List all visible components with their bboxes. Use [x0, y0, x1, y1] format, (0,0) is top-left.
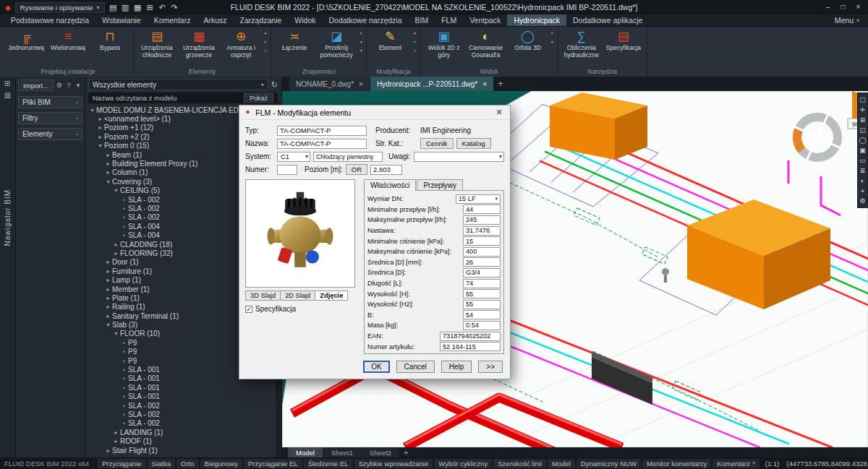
tree-item[interactable]: ▪SLA - 001: [85, 383, 281, 392]
wielorurową-button[interactable]: ≡Wielorurową: [47, 27, 89, 67]
tree-item[interactable]: ▪SLA - 002: [85, 410, 281, 418]
tree-collapsed-icon[interactable]: ▸: [112, 438, 120, 444]
document-tab-hydronicpack-p-220511-dwg[interactable]: Hydronicpack ...P-220511.dwg*×: [370, 77, 493, 91]
document-tab-noname-0-dwg[interactable]: NONAME_0.dwg*×: [289, 77, 370, 91]
status-toggle-biegunowy[interactable]: Biegunowy: [200, 459, 242, 468]
help-button[interactable]: Help: [441, 361, 472, 373]
urządzenia-chłodnicze-button[interactable]: ▤Urządzenia chłodnicze: [136, 27, 178, 67]
save-icon[interactable]: ▦: [132, 1, 144, 14]
sidebar-item-filtry[interactable]: Filtry›: [18, 112, 82, 124]
small-element-icon-3[interactable]: ▪: [264, 48, 266, 54]
specyfikacja-checkbox[interactable]: ✓ Specyfikacja: [245, 305, 358, 313]
panel-pin-icon[interactable]: ▥: [4, 91, 11, 99]
property-field-wymiar-dn[interactable]: 15 LF▾: [456, 194, 501, 204]
tree-item[interactable]: ▸Stair Flight (1): [85, 446, 281, 455]
system-select[interactable]: C1 ▾: [277, 152, 310, 162]
specyfikacja-button[interactable]: ▤Specyfikacja: [603, 27, 644, 67]
ribbon-tab-hydronicpack[interactable]: Hydronicpack: [507, 14, 566, 26]
bypass-button[interactable]: ⊓Bypass: [89, 27, 131, 67]
ribbon-tab-wstawianie[interactable]: Wstawianie: [95, 14, 148, 26]
small-view-icon-2[interactable]: ▪: [551, 39, 553, 46]
tree-collapsed-icon[interactable]: ▸: [96, 124, 104, 131]
element-filter-select[interactable]: Wszystkie elementy ▾: [88, 79, 268, 90]
property-field-nastawa[interactable]: 31.7476: [463, 226, 501, 236]
property-field-wysokość-h[interactable]: 55: [463, 289, 501, 298]
ribbon-tab-ventpack[interactable]: Ventpack: [463, 14, 507, 26]
tree-collapsed-icon[interactable]: ▸: [104, 152, 112, 158]
nazwa-field[interactable]: TA-COMPACT-P: [277, 139, 367, 149]
settings-gear-icon[interactable]: ⚙: [55, 82, 64, 89]
layout-tab-model[interactable]: Model: [288, 447, 323, 457]
status-toggle-monitor-komentarzy[interactable]: Monitor komentarzy: [642, 459, 711, 468]
redo-icon[interactable]: ↷: [169, 1, 181, 14]
cennik-button[interactable]: Cennik: [420, 138, 454, 149]
menu-button[interactable]: Menu ▾: [826, 14, 868, 26]
close-tab-icon[interactable]: ×: [359, 80, 363, 88]
ribbon-tab-dodatkowe-aplikacje[interactable]: Dodatkowe aplikacje: [566, 14, 649, 26]
property-field-średnica-d[interactable]: G3/4: [463, 268, 501, 277]
tree-collapsed-icon[interactable]: ▸: [112, 241, 120, 248]
ok-button[interactable]: OK: [363, 361, 389, 373]
ribbon-tab-widok[interactable]: Widok: [288, 14, 322, 26]
small-connect-icon-3[interactable]: ▪: [359, 48, 362, 54]
dialog-titlebar[interactable]: ✦ FLM - Modyfikacja elementu ✕: [239, 106, 510, 120]
or-button[interactable]: OR: [346, 164, 367, 175]
orbit-icon[interactable]: ◯: [858, 137, 867, 144]
status-toggle-śledzenie-el[interactable]: Śledzenie EL: [304, 459, 353, 468]
small-modify-icon-2[interactable]: ▪: [413, 39, 415, 46]
status-toggle-szybkie-wprowadzanie[interactable]: Szybkie wprowadzanie: [354, 459, 433, 468]
sidebar-item-pliki-bim[interactable]: Pliki BIM›: [18, 96, 82, 108]
obliczenia-hydrauliczne-button[interactable]: ∑Obliczenia hydrauliczne: [561, 27, 603, 67]
view-cube-icon[interactable]: ▣: [858, 147, 867, 154]
dialog-close-button[interactable]: ✕: [493, 108, 505, 117]
new-document-tab-button[interactable]: +: [494, 77, 507, 91]
tree-collapsed-icon[interactable]: ▸: [96, 116, 104, 122]
property-field-masa-kg[interactable]: 0.54: [463, 321, 501, 330]
tree-collapsed-icon[interactable]: ▸: [104, 286, 112, 293]
maximize-button[interactable]: □: [836, 1, 850, 14]
ribbon-tab-bim[interactable]: BIM: [409, 14, 435, 26]
numer-field[interactable]: [277, 165, 297, 175]
tree-collapsed-icon[interactable]: ▸: [104, 169, 112, 176]
scale-indicator[interactable]: (1:1): [765, 460, 780, 468]
undo-icon[interactable]: ↶: [156, 1, 169, 14]
plot-icon[interactable]: ⊞: [144, 1, 156, 14]
typ-field[interactable]: TA-COMPACT-P: [277, 126, 367, 136]
tree-expanded-icon[interactable]: ▾: [88, 107, 96, 113]
property-field-minimalne-ciśnienie-kpa[interactable]: 15: [463, 236, 501, 246]
status-toggle-przyciąganie[interactable]: Przyciąganie: [98, 459, 145, 468]
pin-panel-icon[interactable]: ▾: [74, 82, 82, 89]
layout-tab-sheet2[interactable]: Sheet2: [362, 447, 399, 457]
tree-collapsed-icon[interactable]: ▸: [104, 447, 112, 454]
tree-expanded-icon[interactable]: ▾: [112, 187, 120, 194]
property-field-maksymalne-przepływ-l-h[interactable]: 245: [463, 215, 501, 225]
tree-collapsed-icon[interactable]: ▸: [104, 160, 112, 167]
widok-2d-z-góry-button[interactable]: ▣Widok 2D z góry: [423, 27, 465, 67]
status-toggle-wybór-cykliczny[interactable]: Wybór cykliczny: [434, 459, 492, 468]
item-button[interactable]: >>: [478, 361, 503, 373]
small-connect-icon-1[interactable]: ▪: [359, 30, 362, 37]
small-connect-icon-2[interactable]: ▪: [359, 39, 362, 46]
pan-icon[interactable]: ✛: [858, 106, 867, 113]
tree-collapsed-icon[interactable]: ▸: [104, 304, 112, 310]
workspace-selector[interactable]: Rysowanie i opisywanie ▾: [15, 2, 105, 13]
tree-expanded-icon[interactable]: ▾: [96, 142, 104, 149]
element-button[interactable]: ✎Element: [369, 27, 411, 67]
help-icon[interactable]: ?: [64, 82, 73, 89]
ribbon-tab-dodatkowe-narzędzia[interactable]: Dodatkowe narzędzia: [323, 14, 409, 26]
katalog-button[interactable]: Katalog: [456, 138, 491, 149]
cancel-button[interactable]: Cancel: [396, 361, 435, 373]
tree-collapsed-icon[interactable]: ▸: [112, 250, 120, 257]
poziom-field[interactable]: 2.803: [370, 165, 402, 175]
armatura-i-osprzęt-button[interactable]: ⊕Armatura i osprzęt: [220, 27, 262, 67]
ribbon-tab-komentarz[interactable]: Komentarz: [148, 14, 197, 26]
zoom-window-icon[interactable]: ⊞: [858, 116, 867, 124]
new-layout-button[interactable]: +: [400, 447, 412, 457]
tree-expanded-icon[interactable]: ▾: [104, 178, 112, 185]
tree-collapsed-icon[interactable]: ▸: [104, 295, 112, 301]
slide-tab-zdjęcie[interactable]: Zdjęcie: [315, 291, 348, 301]
small-view-icon-1[interactable]: ▪: [551, 30, 553, 37]
tree-item[interactable]: ▪SLA - 001: [85, 392, 281, 401]
cieniowanie-gouraud-a-button[interactable]: ◐Cieniowanie Gouraud'a: [465, 27, 507, 67]
status-toggle-siatka[interactable]: Siatka: [148, 459, 175, 468]
